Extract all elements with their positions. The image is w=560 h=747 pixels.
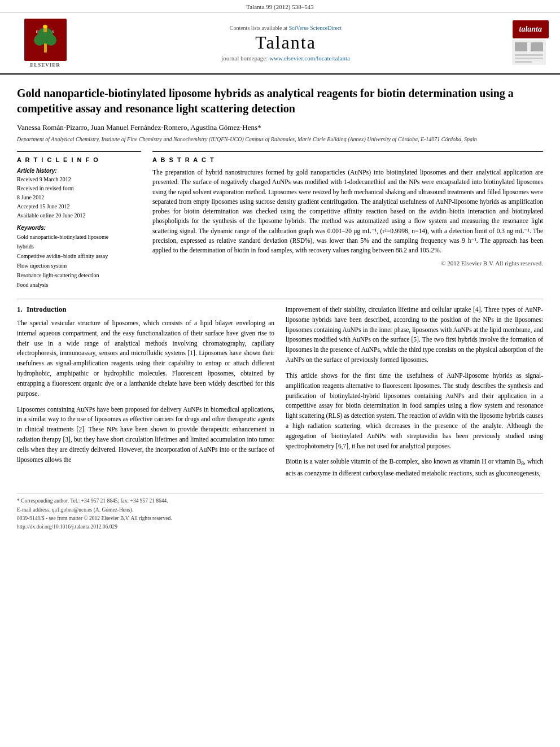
body-two-columns: 1. Introduction The special vesicular st… [17, 305, 543, 484]
sciverse-link[interactable]: SciVerse ScienceDirect [289, 25, 342, 31]
svg-rect-13 [515, 61, 532, 63]
top-reference-bar: Talanta 99 (2012) 538–543 [0, 0, 560, 13]
svg-rect-12 [515, 58, 543, 59]
keyword-5: Food analysis [17, 280, 141, 290]
abstract-text: The preparation of hybrid nanostructures… [152, 168, 543, 255]
keyword-4: Resonance light-scattering detection [17, 270, 141, 280]
article-title: Gold nanoparticle-biotinylated liposome … [17, 86, 543, 116]
svg-rect-10 [531, 42, 543, 51]
history-dates: Received 9 March 2012 Received in revise… [17, 175, 141, 220]
copyright-line: © 2012 Elsevier B.V. All rights reserved… [152, 260, 543, 267]
right-paragraph-3: Biotin is a water soluble vitamin of the… [286, 457, 543, 478]
date-online: Available online 20 June 2012 [17, 211, 141, 220]
svg-rect-11 [515, 54, 543, 56]
talanta-small-label [509, 40, 549, 66]
main-content: Gold nanoparticle-biotinylated liposome … [0, 75, 560, 543]
keywords-list: Gold nanoparticle-biotinylated liposome … [17, 232, 141, 290]
article-info-heading: A R T I C L E I N F O [17, 156, 141, 163]
date-revised: 8 June 2012 [17, 193, 141, 202]
date-received: Received 9 March 2012 [17, 175, 141, 184]
keyword-3: Flow injection system [17, 261, 141, 270]
talanta-logo-area: talanta [492, 20, 549, 66]
elsevier-label: ELSEVIER [30, 62, 60, 68]
homepage-url[interactable]: www.elsevier.com/locate/talanta [269, 55, 350, 62]
info-abstract-columns: A R T I C L E I N F O Article history: R… [17, 151, 543, 290]
elsevier-logo-area: ELSEVIER ELSEVIER [11, 19, 79, 68]
talanta-logo-box: talanta [513, 20, 549, 38]
body-left-column: 1. Introduction The special vesicular st… [17, 305, 274, 484]
svg-point-7 [43, 25, 47, 28]
journal-reference: Talanta 99 (2012) 538–543 [246, 3, 313, 10]
footnote-email: E-mail address: qa1.gohea@uco.es (A. Góm… [17, 506, 543, 514]
authors-line: Vanessa Román-Pizarro, Juan Manuel Ferná… [17, 123, 543, 132]
right-paragraph-2: This article shows for the first time th… [286, 371, 543, 452]
abstract-section: A B S T R A C T The preparation of hybri… [152, 151, 543, 290]
section-divider [17, 299, 543, 299]
keyword-1b: hybrids [17, 242, 141, 251]
footnote-corresponding: * Corresponding author. Tel.: +34 957 21… [17, 497, 543, 505]
history-section: Article history: Received 9 March 2012 R… [17, 168, 141, 220]
date-revised-label: Received in revised form [17, 184, 141, 193]
svg-rect-9 [515, 42, 527, 51]
intro-heading: 1. Introduction [17, 305, 274, 314]
intro-paragraph-2: Liposomes containing AuNPs have been pro… [17, 405, 274, 465]
sciverse-line: Contents lists available at SciVerse Sci… [79, 25, 492, 31]
journal-header: ELSEVIER ELSEVIER Contents lists availab… [0, 13, 560, 75]
footnote-doi: http://dx.doi.org/10.1016/j.talanta.2012… [17, 523, 543, 531]
footnote-issn: 0039-9140/$ - see front matter © 2012 El… [17, 514, 543, 523]
homepage-line: journal homepage: www.elsevier.com/locat… [79, 55, 492, 62]
abstract-heading: A B S T R A C T [152, 156, 543, 163]
journal-center: Contents lists available at SciVerse Sci… [79, 25, 492, 62]
keyword-2: Competitive avidin–biotin affinity assay [17, 251, 141, 261]
history-label: Article history: [17, 168, 141, 174]
keywords-label: Keywords: [17, 225, 141, 231]
elsevier-tree-logo: ELSEVIER [24, 19, 67, 61]
affiliation: Department of Analytical Chemistry, Inst… [17, 136, 543, 143]
talanta-thumbnail [512, 40, 546, 65]
date-accepted: Accepted 15 June 2012 [17, 202, 141, 211]
svg-point-5 [45, 34, 56, 46]
right-paragraph-1: improvement of their stability, circulat… [286, 305, 543, 365]
article-info-column: A R T I C L E I N F O Article history: R… [17, 151, 141, 290]
keywords-section: Keywords: Gold nanoparticle-biotinylated… [17, 225, 141, 290]
intro-paragraph-1: The special vesicular structure of lipos… [17, 318, 274, 399]
body-right-column: improvement of their stability, circulat… [286, 305, 543, 484]
svg-point-4 [34, 34, 45, 46]
keyword-1: Gold nanoparticle-biotinylated liposome [17, 232, 141, 242]
footnotes-section: * Corresponding author. Tel.: +34 957 21… [17, 493, 543, 531]
journal-title: Talanta [79, 32, 492, 53]
